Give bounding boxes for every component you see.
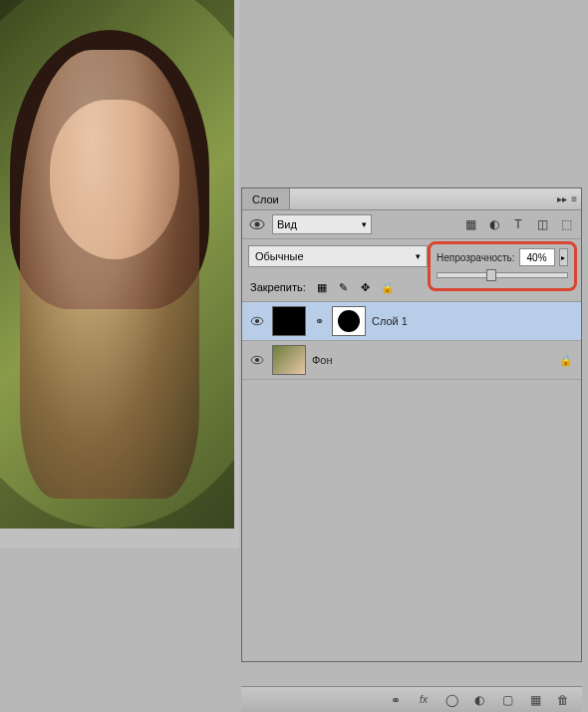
- filter-type-icon[interactable]: [248, 216, 266, 232]
- layers-panel: Слои ▸▸ ≡ Вид ▦ ◐ T ◫ ⬚ Обычные Непрозра…: [241, 187, 582, 662]
- opacity-slider[interactable]: [437, 272, 568, 278]
- layer-row[interactable]: Фон 🔒: [242, 341, 581, 380]
- visibility-toggle[interactable]: [248, 355, 266, 365]
- filter-shape-icon[interactable]: ◫: [533, 215, 551, 233]
- lock-all-icon[interactable]: 🔒: [380, 279, 396, 295]
- filter-kind-select[interactable]: Вид: [272, 214, 372, 234]
- delete-layer-icon[interactable]: 🗑: [554, 691, 572, 709]
- visibility-toggle[interactable]: [248, 316, 266, 326]
- mask-link-icon[interactable]: ⚭: [312, 315, 326, 328]
- svg-point-3: [255, 319, 259, 323]
- layer-thumbnail[interactable]: [272, 345, 306, 375]
- filter-smart-icon[interactable]: ⬚: [557, 215, 575, 233]
- opacity-highlight: Непрозрачность: ▸: [428, 241, 577, 291]
- opacity-input[interactable]: [519, 248, 555, 266]
- filter-adjust-icon[interactable]: ◐: [485, 215, 503, 233]
- photo-content: [10, 30, 209, 309]
- adjustment-layer-icon[interactable]: ◐: [470, 691, 488, 709]
- layer-list: ⚭ Слой 1 Фон 🔒: [242, 302, 581, 661]
- layer-name[interactable]: Фон: [312, 354, 553, 366]
- panel-collapse-icon[interactable]: ▸▸: [557, 193, 567, 204]
- panel-footer: ⚭ fx ◯ ◐ ▢ ▦ 🗑: [241, 686, 582, 712]
- layer-name[interactable]: Слой 1: [372, 315, 575, 327]
- eye-icon: [250, 355, 264, 365]
- eye-icon: [250, 316, 264, 326]
- panel-menu-icon[interactable]: ≡: [571, 193, 577, 204]
- filter-text-icon[interactable]: T: [509, 215, 527, 233]
- new-group-icon[interactable]: ▢: [498, 691, 516, 709]
- add-mask-icon[interactable]: ◯: [442, 691, 460, 709]
- svg-point-5: [255, 358, 259, 362]
- photo-content: [20, 50, 199, 499]
- layer-row[interactable]: ⚭ Слой 1: [242, 302, 581, 341]
- lock-position-icon[interactable]: ✥: [358, 279, 374, 295]
- link-layers-icon[interactable]: ⚭: [387, 691, 405, 709]
- filter-pixel-icon[interactable]: ▦: [461, 215, 479, 233]
- tab-layers[interactable]: Слои: [242, 188, 290, 209]
- filter-kind-label: Вид: [277, 218, 297, 230]
- blend-opacity-row: Обычные Непрозрачность: ▸: [242, 239, 581, 273]
- svg-point-1: [255, 222, 260, 227]
- filter-toolbar: Вид ▦ ◐ T ◫ ⬚: [242, 210, 581, 239]
- lock-transparency-icon[interactable]: ▦: [314, 279, 330, 295]
- layer-thumbnail[interactable]: [272, 306, 306, 336]
- fx-icon[interactable]: fx: [415, 691, 433, 709]
- blend-mode-select[interactable]: Обычные: [248, 245, 428, 267]
- opacity-dropdown-icon[interactable]: ▸: [559, 248, 568, 266]
- new-layer-icon[interactable]: ▦: [526, 691, 544, 709]
- document-image[interactable]: [0, 0, 234, 529]
- canvas-area: [0, 0, 239, 548]
- photo-content: [50, 100, 179, 259]
- lock-label: Закрепить:: [250, 281, 306, 293]
- lock-badge-icon: 🔒: [559, 354, 575, 367]
- blend-mode-label: Обычные: [255, 250, 304, 262]
- panel-header: Слои ▸▸ ≡: [242, 188, 581, 210]
- opacity-slider-handle[interactable]: [486, 269, 496, 281]
- layer-mask-thumbnail[interactable]: [332, 306, 366, 336]
- opacity-label: Непрозрачность:: [437, 252, 515, 263]
- lock-pixels-icon[interactable]: ✎: [336, 279, 352, 295]
